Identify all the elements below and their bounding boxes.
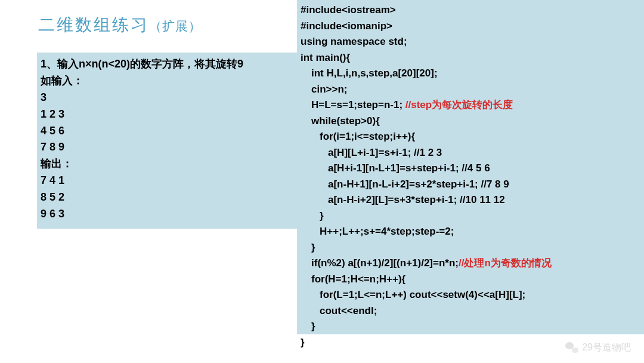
code-line: H=L=s=1;step=n-1; //step为每次旋转的长度 (301, 97, 640, 113)
code-line: for(H=1;H<=n;H++){ (301, 272, 640, 288)
problem-line: 1、输入n×n(n<20)的数字方阵，将其旋转9 (41, 56, 295, 73)
problem-line: 7 4 1 (41, 173, 295, 189)
watermark: 29号造物吧 (565, 341, 631, 354)
code-line: #include<iomanip> (301, 19, 640, 35)
code-text: if(n%2) a[(n+1)/2][(n+1)/2]=n*n; (311, 257, 459, 269)
code-comment: //处理n为奇数的情况 (459, 257, 552, 269)
code-text: H=L=s=1;step=n-1; (311, 99, 405, 110)
title-sub: （扩展） (149, 19, 202, 33)
wechat-icon (565, 341, 578, 354)
code-line: } (301, 319, 640, 335)
problem-line: 9 6 3 (41, 206, 295, 223)
code-line: while(step>0){ (301, 113, 640, 130)
code-line: H++;L++;s+=4*step;step-=2; (301, 224, 640, 240)
slide-title: 二维数组练习（扩展） (38, 14, 202, 36)
code-line: for(i=1;i<=step;i++){ (301, 129, 640, 145)
code-line: cout<<endl; (301, 303, 640, 319)
code-line: cin>>n; (301, 82, 640, 98)
code-line: int main(){ (301, 50, 640, 66)
problem-line: 7 8 9 (41, 139, 295, 156)
code-line: } (301, 240, 640, 256)
title-main: 二维数组练习 (38, 16, 149, 34)
problem-line: 如输入： (41, 73, 295, 90)
problem-line: 1 2 3 (41, 106, 295, 123)
problem-line: 3 (41, 90, 295, 106)
watermark-text: 29号造物吧 (582, 342, 631, 354)
code-box: #include<iostream> #include<iomanip> usi… (297, 0, 644, 334)
problem-line: 输出： (41, 156, 295, 173)
code-line: a[n-H-i+2][L]=s+3*step+i-1; //10 11 12 (301, 192, 640, 208)
code-line: if(n%2) a[(n+1)/2][(n+1)/2]=n*n;//处理n为奇数… (301, 256, 640, 272)
code-comment: //step为每次旋转的长度 (405, 99, 513, 110)
code-line: } (301, 208, 640, 224)
code-line: a[H][L+i-1]=s+i-1; //1 2 3 (301, 145, 640, 161)
problem-line: 8 5 2 (41, 189, 295, 206)
code-line: using namespace std; (301, 34, 640, 50)
problem-line: 4 5 6 (41, 123, 295, 140)
code-line: a[n-H+1][n-L-i+2]=s+2*step+i-1; //7 8 9 (301, 177, 640, 193)
code-line: int H,L,i,n,s,step,a[20][20]; (301, 66, 640, 82)
code-line: #include<iostream> (301, 2, 640, 19)
code-line: a[H+i-1][n-L+1]=s+step+i-1; //4 5 6 (301, 161, 640, 177)
code-line: for(L=1;L<=n;L++) cout<<setw(4)<<a[H][L]… (301, 287, 640, 303)
problem-box: 1、输入n×n(n<20)的数字方阵，将其旋转9 如输入： 3 1 2 3 4 … (37, 53, 298, 229)
